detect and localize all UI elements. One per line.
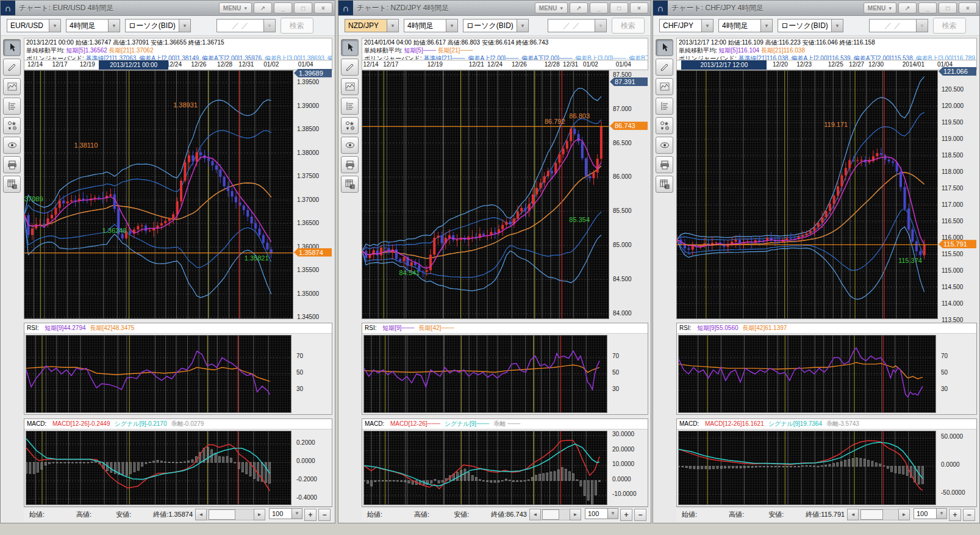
scroll-left-button[interactable]: ◄ — [529, 509, 541, 520]
menu-button[interactable]: MENU ▼ — [864, 2, 896, 13]
popout-button[interactable]: ↗ — [898, 2, 917, 13]
zoom-dropdown-button[interactable]: ▼ — [291, 508, 302, 519]
indicator-button[interactable] — [656, 78, 673, 95]
date-picker-dropdown-button[interactable]: ▼ — [916, 19, 928, 32]
cursor-tool-button[interactable] — [341, 39, 359, 56]
zoom-in-button[interactable]: + — [620, 509, 632, 521]
scroll-right-button[interactable]: ► — [254, 509, 265, 520]
price-axis[interactable]: 1.395001.390001.385001.380001.375001.370… — [293, 70, 332, 319]
popout-button[interactable]: ↗ — [570, 2, 588, 13]
chart-style-dropdown-button[interactable]: ▼ — [179, 19, 191, 32]
export-button[interactable] — [3, 176, 21, 193]
chart-style-select[interactable]: ローソク(BID) ▼ — [463, 19, 529, 32]
rsi-chart[interactable] — [363, 335, 607, 413]
popout-button[interactable]: ↗ — [254, 2, 272, 13]
scroll-left-button[interactable]: ◄ — [195, 509, 207, 520]
date-axis[interactable]: 12/2012/2312/2512/2712/302014/0101/04201… — [676, 60, 977, 70]
minimize-button[interactable]: _ — [274, 2, 292, 13]
search-button[interactable]: 検索 — [281, 18, 313, 34]
chart-style-dropdown-button[interactable]: ▼ — [517, 19, 529, 32]
zoom-out-button[interactable]: − — [634, 509, 646, 521]
date-axis[interactable]: 12/1412/1712/1912/2112/2412/2612/2812/31… — [362, 60, 648, 70]
export-button[interactable] — [656, 176, 673, 193]
timeframe-select[interactable]: 4時間足 ▼ — [404, 19, 458, 32]
export-button[interactable] — [341, 176, 359, 193]
chart-style-dropdown-button[interactable]: ▼ — [831, 19, 843, 32]
maximize-button[interactable]: □ — [610, 2, 628, 13]
zoom-dropdown-button[interactable]: ▼ — [607, 508, 618, 519]
timeframe-select[interactable]: 4時間足 ▼ — [66, 19, 120, 32]
visibility-button[interactable] — [3, 137, 21, 154]
price-chart[interactable]: 1.389311.38110370891.362481.35821 — [24, 70, 293, 319]
cursor-tool-button[interactable] — [3, 39, 21, 56]
symbol-select[interactable]: EUR/USD ▼ — [7, 19, 61, 32]
rsi-chart[interactable] — [26, 335, 291, 413]
indicator-button[interactable] — [3, 78, 21, 95]
date-picker-dropdown-button[interactable]: ▼ — [263, 19, 276, 32]
search-button[interactable]: 検索 — [612, 18, 645, 34]
minimize-button[interactable]: _ — [918, 2, 937, 13]
macd-chart[interactable] — [26, 431, 291, 505]
search-button[interactable]: 検索 — [933, 18, 966, 34]
timeframe-select[interactable]: 4時間足 ▼ — [718, 19, 773, 32]
cursor-tool-button[interactable] — [656, 39, 673, 56]
symbol-dropdown-button[interactable]: ▼ — [387, 19, 399, 32]
zoom-select[interactable]: 100 ▼ — [914, 508, 947, 522]
scrollbar-track[interactable] — [859, 509, 898, 520]
draw-tool-button[interactable] — [341, 59, 359, 76]
close-button[interactable]: × — [314, 2, 332, 13]
scale-settings-button[interactable] — [341, 98, 359, 115]
macd-chart[interactable] — [363, 431, 607, 505]
price-axis[interactable]: 120.500120.000119.500119.000118.500118.0… — [938, 70, 977, 319]
scrollbar-track[interactable] — [541, 509, 570, 520]
indicator-button[interactable] — [341, 78, 359, 95]
zoom-in-button[interactable]: + — [949, 509, 961, 521]
visibility-button[interactable] — [341, 137, 359, 154]
print-button[interactable] — [656, 156, 673, 173]
scrollbar-thumb[interactable] — [860, 509, 884, 520]
zoom-dropdown-button[interactable]: ▼ — [936, 508, 947, 519]
symbol-select[interactable]: CHF/JPY ▼ — [659, 19, 714, 32]
scroll-left-button[interactable]: ◄ — [847, 509, 859, 520]
menu-button[interactable]: MENU ▼ — [535, 2, 568, 13]
timeframe-dropdown-button[interactable]: ▼ — [446, 19, 458, 32]
scroll-right-button[interactable]: ► — [570, 509, 581, 520]
symbol-dropdown-button[interactable]: ▼ — [49, 19, 61, 32]
draw-tool-button[interactable] — [656, 59, 673, 76]
date-picker-dropdown-button[interactable]: ▼ — [595, 19, 607, 32]
window-titlebar[interactable]: ∩ チャート: NZD/JPY 4時間足 MENU ▼ ↗ _ □ × — [338, 1, 651, 16]
chart-style-select[interactable]: ローソク(BID) ▼ — [125, 19, 191, 32]
zoom-out-button[interactable]: − — [318, 509, 331, 521]
date-picker[interactable]: ／ ／ ▼ — [216, 19, 276, 32]
zoom-in-button[interactable]: + — [304, 509, 317, 521]
scrollbar-thumb[interactable] — [209, 509, 235, 520]
scroll-right-button[interactable]: ► — [898, 509, 910, 520]
scale-settings-button[interactable] — [3, 98, 21, 115]
date-axis[interactable]: 12/1412/1712/1912/2412/2612/2812/3101/02… — [24, 60, 332, 70]
timeframe-dropdown-button[interactable]: ▼ — [108, 19, 120, 32]
scrollbar-track[interactable] — [207, 509, 254, 520]
time-scrollbar[interactable]: ◄ ► — [847, 509, 910, 520]
markers-button[interactable] — [3, 117, 21, 134]
window-titlebar[interactable]: ∩ チャート: CHF/JPY 4時間足 MENU ▼ ↗ _ □ × — [653, 1, 979, 16]
close-button[interactable]: × — [959, 2, 977, 13]
zoom-select[interactable]: 100 ▼ — [585, 508, 618, 522]
markers-button[interactable] — [656, 117, 673, 134]
close-button[interactable]: × — [630, 2, 648, 13]
zoom-out-button[interactable]: − — [963, 509, 975, 521]
scrollbar-thumb[interactable] — [542, 509, 559, 520]
minimize-button[interactable]: _ — [590, 2, 608, 13]
maximize-button[interactable]: □ — [939, 2, 957, 13]
scale-settings-button[interactable] — [656, 98, 673, 115]
window-titlebar[interactable]: ∩ チャート: EUR/USD 4時間足 MENU ▼ ↗ _ □ × — [1, 1, 335, 16]
date-picker[interactable]: ／ ／ ▼ — [548, 19, 607, 32]
print-button[interactable] — [3, 156, 21, 173]
maximize-button[interactable]: □ — [294, 2, 312, 13]
symbol-dropdown-button[interactable]: ▼ — [701, 19, 714, 32]
date-picker[interactable]: ／ ／ ▼ — [869, 19, 928, 32]
timeframe-dropdown-button[interactable]: ▼ — [760, 19, 773, 32]
price-axis[interactable]: 87.50087.00086.50086.00085.50085.00084.5… — [609, 70, 648, 319]
price-chart[interactable]: 119.171115.374 — [676, 70, 938, 319]
time-scrollbar[interactable]: ◄ ► — [529, 509, 581, 520]
rsi-chart[interactable] — [678, 335, 936, 413]
